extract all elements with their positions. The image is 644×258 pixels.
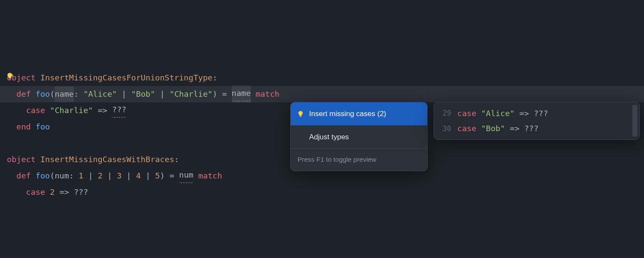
line-number: 30 bbox=[434, 122, 457, 135]
code-line-active[interactable]: def foo(name: "Alice" | "Bob" | "Charlie… bbox=[0, 86, 644, 102]
match-subject: name bbox=[232, 86, 251, 102]
code-line[interactable]: case 2 => ??? bbox=[0, 184, 644, 200]
preview-line: 29case "Alice" => ??? bbox=[434, 106, 639, 121]
svg-rect-0 bbox=[9, 78, 11, 79]
keyword-case: case bbox=[26, 103, 46, 118]
parameter: num bbox=[55, 168, 69, 184]
keyword-case: case bbox=[26, 184, 46, 200]
keyword-match: match bbox=[255, 86, 279, 102]
quickfix-item-adjust-types[interactable]: Adjust types bbox=[291, 126, 427, 148]
code-line[interactable]: object InsertMissingCasesForUnionStringT… bbox=[0, 70, 644, 86]
quickfix-item-label: Insert missing cases (2) bbox=[309, 107, 386, 121]
keyword-def: def bbox=[16, 86, 30, 102]
preview-line: 30case "Bob" => ??? bbox=[434, 121, 639, 136]
type-name: InsertMissingCasesWithBraces bbox=[40, 152, 174, 167]
quickfix-item-insert-cases[interactable]: Insert missing cases (2) bbox=[291, 102, 427, 125]
keyword-object: object bbox=[7, 152, 36, 167]
keyword-def: def bbox=[16, 168, 30, 184]
match-subject: num bbox=[179, 167, 193, 184]
placeholder-qqq: ??? bbox=[112, 102, 126, 119]
quickfix-menu[interactable]: Insert missing cases (2) Adjust types Pr… bbox=[290, 102, 428, 171]
svg-rect-3 bbox=[300, 116, 301, 117]
type-name: InsertMissingCasesForUnionStringType bbox=[40, 70, 213, 86]
svg-rect-2 bbox=[300, 116, 301, 116]
svg-rect-1 bbox=[9, 79, 11, 80]
quickfix-item-label: Adjust types bbox=[309, 130, 349, 144]
function-name: foo bbox=[36, 86, 50, 102]
keyword-match: match bbox=[198, 168, 222, 184]
line-number: 29 bbox=[434, 106, 457, 120]
parameter: name bbox=[55, 86, 74, 102]
keyword-end: end bbox=[16, 119, 30, 135]
preview-panel: 29case "Alice" => ??? 30case "Bob" => ??… bbox=[434, 102, 640, 140]
lightbulb-icon[interactable] bbox=[6, 72, 14, 80]
lightbulb-icon bbox=[297, 111, 304, 117]
function-name: foo bbox=[36, 168, 50, 184]
quickfix-footer-hint: Press F1 to toggle preview bbox=[291, 148, 427, 170]
scrollbar[interactable] bbox=[632, 105, 638, 137]
